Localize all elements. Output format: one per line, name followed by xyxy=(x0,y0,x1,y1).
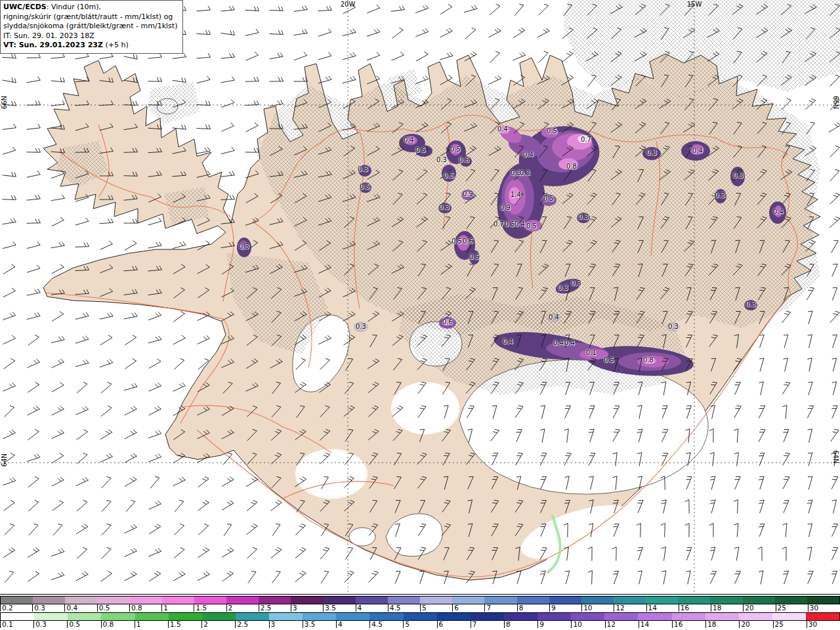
color-segment xyxy=(743,597,775,604)
scale-value: 25 xyxy=(773,621,784,628)
scale-value: 0.8 xyxy=(101,621,114,628)
color-segment xyxy=(571,613,604,620)
color-segment xyxy=(194,597,226,604)
scale-value: 2 xyxy=(226,604,233,612)
color-segment xyxy=(291,597,323,604)
scale-value: 12 xyxy=(614,604,624,612)
color-segment xyxy=(646,597,678,604)
scale-value: 2.5 xyxy=(259,604,272,612)
scale-value: 4.5 xyxy=(369,621,383,628)
color-segment xyxy=(68,613,101,620)
color-segment xyxy=(236,613,269,620)
color-segment xyxy=(549,597,581,604)
scale-value: 20 xyxy=(743,604,753,612)
color-segment xyxy=(437,613,471,620)
scale-value: 3.5 xyxy=(323,604,336,612)
color-segment xyxy=(388,597,420,604)
init-time: IT: Sun. 29. 01. 2023 18Z xyxy=(3,32,177,41)
color-segment xyxy=(806,613,839,620)
scale-value: 2 xyxy=(201,621,208,628)
color-segment xyxy=(710,597,742,604)
color-segment xyxy=(807,597,839,604)
scale-value: 4 xyxy=(336,621,343,628)
scale-value: 0.1 xyxy=(0,621,13,628)
title-line-1: UWC/ECDS: Vindur (10m), xyxy=(3,3,177,12)
color-segment xyxy=(369,613,403,620)
color-segment xyxy=(202,613,236,620)
color-segment xyxy=(33,597,65,604)
scale-value: 18 xyxy=(711,604,721,612)
valid-time: VT: Sun. 29.01.2023 23Z (+5 h) xyxy=(3,41,177,51)
color-segment xyxy=(638,613,671,620)
color-segment xyxy=(739,613,772,620)
color-segment xyxy=(259,597,291,604)
rain-scale-tick-labels: 0.10.30.50.811.522.533.544.5567891012141… xyxy=(0,621,840,629)
color-segment xyxy=(130,597,162,604)
scale-value: 9 xyxy=(549,604,556,612)
color-segment xyxy=(452,597,484,604)
scale-value: 16 xyxy=(679,604,689,612)
color-segment xyxy=(303,613,336,620)
scale-value: 16 xyxy=(672,621,682,628)
scale-value: 8 xyxy=(517,604,524,612)
scale-value: 3 xyxy=(291,604,297,612)
color-segment xyxy=(97,597,129,604)
color-segment xyxy=(226,597,259,604)
snow-sleet-scale-tick-labels: 0.20.30.40.50.811.522.533.544.5567891012… xyxy=(0,604,840,612)
scale-value: 4 xyxy=(356,604,362,612)
title-box: UWC/ECDS: Vindur (10m), rigning/skúrir (… xyxy=(0,0,183,54)
color-segment xyxy=(65,597,97,604)
scale-value: 3.5 xyxy=(303,621,316,628)
color-segment xyxy=(604,613,638,620)
color-segment xyxy=(101,613,135,620)
scale-value: 1 xyxy=(135,621,141,628)
scale-value: 14 xyxy=(639,621,649,628)
scale-value: 20 xyxy=(739,621,749,628)
scale-value: 12 xyxy=(605,621,616,628)
color-segment xyxy=(484,597,516,604)
scale-value: 0.2 xyxy=(0,604,13,612)
scale-value: 6 xyxy=(452,604,459,612)
color-segment xyxy=(1,597,33,604)
color-segment xyxy=(471,613,504,620)
scale-value: 5 xyxy=(403,621,410,628)
scale-value: 3 xyxy=(269,621,276,628)
scale-value: 30 xyxy=(808,604,818,612)
color-segment xyxy=(517,597,549,604)
color-segment xyxy=(537,613,571,620)
scale-value: 2.5 xyxy=(235,621,248,628)
scale-value: 10 xyxy=(571,621,581,628)
scale-value: 7 xyxy=(484,604,491,612)
color-segment xyxy=(269,613,303,620)
scale-value: 10 xyxy=(581,604,592,612)
color-segment xyxy=(162,597,194,604)
scale-value: 1.5 xyxy=(194,604,207,612)
scale-value: 25 xyxy=(776,604,786,612)
color-segment xyxy=(169,613,202,620)
scale-value: 18 xyxy=(705,621,716,628)
scale-value: 14 xyxy=(646,604,657,612)
color-segment xyxy=(581,597,614,604)
color-segment xyxy=(34,613,68,620)
scale-value: 0.3 xyxy=(32,604,45,612)
scale-value: 1.5 xyxy=(168,621,181,628)
color-segment xyxy=(678,597,710,604)
title-line-3: slydda/snjókoma (grátt/bleikt/grænt - mm… xyxy=(3,22,177,32)
scale-value: 5 xyxy=(420,604,427,612)
color-segment xyxy=(404,613,437,620)
scale-value: 9 xyxy=(537,621,544,628)
colorbar-legend: 0.20.30.40.50.811.522.533.544.5567891012… xyxy=(0,594,840,630)
scale-value: 30 xyxy=(807,621,817,628)
iceland-weather-map xyxy=(0,0,840,594)
color-segment xyxy=(705,613,739,620)
scale-value: 0.8 xyxy=(129,604,142,612)
scale-value: 0.5 xyxy=(67,621,80,628)
title-line-2: rigning/skúrir (grænt/blátt/rautt - mm/1… xyxy=(3,12,177,22)
color-segment xyxy=(672,613,705,620)
scale-value: 8 xyxy=(504,621,511,628)
color-segment xyxy=(504,613,537,620)
color-segment xyxy=(1,613,34,620)
color-segment xyxy=(772,613,806,620)
color-segment xyxy=(324,597,356,604)
scale-value: 7 xyxy=(471,621,477,628)
